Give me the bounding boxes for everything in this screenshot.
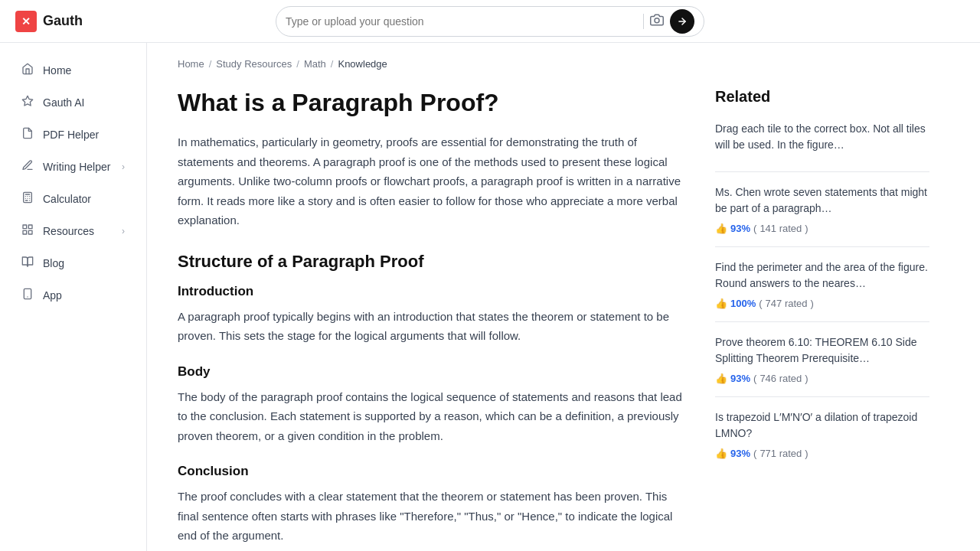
svg-rect-14	[28, 225, 32, 229]
thumbup-icon: 👍	[715, 448, 727, 459]
svg-rect-16	[23, 230, 27, 234]
sidebar-item-label: PDF Helper	[43, 129, 99, 141]
sidebar-item-label: Blog	[43, 257, 64, 269]
rating-count: (	[753, 448, 756, 459]
related-item-3[interactable]: Prove theorem 6.10: THEOREM 6.10 Side Sp…	[715, 334, 929, 397]
related-item-text: Prove theorem 6.10: THEOREM 6.10 Side Sp…	[715, 334, 929, 367]
subsection2-body: The body of the paragraph proof contains…	[178, 387, 691, 446]
search-divider	[643, 14, 644, 29]
logo-text: Gauth	[43, 13, 83, 29]
sidebar-item-pdf-helper[interactable]: PDF Helper	[6, 119, 140, 150]
main-content: Home / Study Resources / Math / Knowledg…	[147, 43, 980, 551]
thumbup-icon: 👍	[715, 373, 727, 384]
sidebar-item-label: App	[43, 289, 62, 302]
blog-icon	[21, 256, 34, 271]
rating-count: (	[753, 373, 756, 384]
search-submit-button[interactable]	[670, 9, 694, 34]
breadcrumb-home[interactable]: Home	[178, 58, 204, 70]
chevron-icon: ›	[122, 226, 125, 236]
search-input[interactable]	[286, 15, 637, 28]
rating-pct: 93%	[730, 223, 750, 234]
sidebar-item-label: Calculator	[43, 193, 91, 205]
sidebar-item-gauth-ai[interactable]: Gauth AI	[6, 87, 140, 118]
resources-icon	[21, 223, 34, 239]
sidebar-item-calculator[interactable]: Calculator	[6, 184, 140, 214]
sidebar: Home Gauth AI PDF Helper Writing Helper …	[0, 43, 147, 551]
calculator-icon	[21, 191, 34, 207]
body-layout: Home Gauth AI PDF Helper Writing Helper …	[0, 43, 980, 551]
related-item-text: Is trapezoid L′M′N′O′ a dilation of trap…	[715, 409, 929, 442]
sidebar-item-label: Gauth AI	[43, 96, 84, 109]
breadcrumb-sep: /	[331, 58, 334, 70]
subsection1-body: A paragraph proof typically begins with …	[178, 307, 691, 346]
rating-count: (	[759, 298, 762, 309]
sidebar-item-label: Home	[43, 64, 71, 77]
pdf-icon	[21, 127, 34, 142]
logo-icon: ✕	[15, 11, 37, 32]
writing-icon	[21, 159, 34, 174]
breadcrumb-math[interactable]: Math	[304, 58, 326, 70]
sidebar-item-app[interactable]: App	[6, 280, 140, 311]
logo[interactable]: ✕ Gauth	[15, 11, 83, 32]
related-item-4[interactable]: Is trapezoid L′M′N′O′ a dilation of trap…	[715, 409, 929, 471]
sidebar-item-label: Writing Helper	[43, 161, 110, 173]
header: ✕ Gauth	[0, 0, 980, 43]
home-icon	[21, 63, 34, 78]
svg-rect-15	[28, 230, 32, 234]
svg-rect-13	[23, 225, 27, 229]
related-item-text: Ms. Chen wrote seven statements that mig…	[715, 184, 929, 217]
related-item-1[interactable]: Ms. Chen wrote seven statements that mig…	[715, 184, 929, 247]
rating-count-val: 747 rated	[766, 298, 808, 309]
article-intro: In mathematics, particularly in geometry…	[178, 132, 691, 230]
article-title: What is a Paragraph Proof?	[178, 88, 691, 117]
breadcrumb-sep: /	[209, 58, 212, 70]
camera-icon[interactable]	[650, 13, 664, 30]
rating-count-close: )	[811, 298, 814, 309]
rating-count-close: )	[805, 223, 808, 234]
related-title: Related	[715, 88, 929, 106]
rating-count-close: )	[805, 373, 808, 384]
related-rating: 👍 93% (746 rated)	[715, 373, 929, 384]
breadcrumb-current: Knowledge	[338, 58, 387, 70]
sidebar-item-writing-helper[interactable]: Writing Helper ›	[6, 152, 140, 182]
sidebar-item-label: Resources	[43, 225, 94, 237]
logo-x: ✕	[21, 15, 31, 28]
gauth-ai-icon	[21, 95, 34, 110]
related-item-text: Find the perimeter and the area of the f…	[715, 259, 929, 292]
rating-pct: 93%	[730, 373, 750, 384]
rating-pct: 93%	[730, 448, 750, 459]
app-icon	[21, 288, 34, 303]
subsection1-title: Introduction	[178, 284, 691, 299]
related-item-0[interactable]: Drag each tile to the correct box. Not a…	[715, 121, 929, 172]
related-rating: 👍 100% (747 rated)	[715, 298, 929, 309]
sidebar-item-home[interactable]: Home	[6, 55, 140, 86]
sidebar-item-blog[interactable]: Blog	[6, 248, 140, 279]
subsection3-body: The proof concludes with a clear stateme…	[178, 487, 691, 546]
thumbup-icon: 👍	[715, 298, 727, 309]
related-rating: 👍 93% (141 rated)	[715, 223, 929, 234]
rating-count-close: )	[805, 448, 808, 459]
breadcrumb-sep: /	[296, 58, 299, 70]
chevron-icon: ›	[122, 161, 125, 172]
related-rating: 👍 93% (771 rated)	[715, 448, 929, 459]
breadcrumb: Home / Study Resources / Math / Knowledg…	[178, 58, 949, 70]
rating-count-val: 141 rated	[760, 223, 802, 234]
related-item-text: Drag each tile to the correct box. Not a…	[715, 121, 929, 153]
subsection2-title: Body	[178, 364, 691, 380]
thumbup-icon: 👍	[715, 223, 727, 234]
article: What is a Paragraph Proof? In mathematic…	[178, 88, 691, 551]
subsection3-title: Conclusion	[178, 464, 691, 479]
related-item-2[interactable]: Find the perimeter and the area of the f…	[715, 259, 929, 322]
search-bar	[276, 6, 704, 37]
svg-point-0	[655, 18, 659, 22]
related-panel: Related Drag each tile to the correct bo…	[715, 88, 929, 484]
breadcrumb-study-resources[interactable]: Study Resources	[216, 58, 292, 70]
section1-title: Structure of a Paragraph Proof	[178, 252, 691, 272]
rating-count-val: 746 rated	[760, 373, 802, 384]
rating-pct: 100%	[730, 298, 756, 309]
svg-marker-2	[22, 96, 32, 106]
rating-count: (	[753, 223, 756, 234]
content-wrapper: What is a Paragraph Proof? In mathematic…	[178, 88, 949, 551]
rating-count-val: 771 rated	[760, 448, 802, 459]
sidebar-item-resources[interactable]: Resources ›	[6, 216, 140, 246]
